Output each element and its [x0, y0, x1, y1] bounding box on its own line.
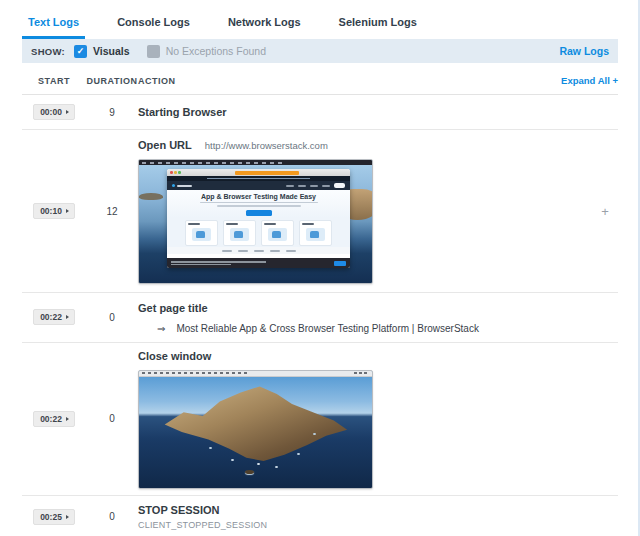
cookie-text-lines	[171, 261, 266, 265]
mini-browser-window: App & Browser Testing Made Easy	[167, 169, 350, 268]
catalina-island	[159, 385, 349, 461]
browserstack-logo-text	[177, 185, 192, 187]
tab-text-logs[interactable]: Text Logs	[22, 6, 85, 39]
browserstack-logo-icon	[172, 184, 175, 187]
mini-browser-titlebar	[167, 169, 350, 176]
play-icon	[66, 209, 69, 213]
product-card	[223, 220, 256, 246]
action-cell: STOP SESSION CLIENT_STOPPED_SESSION	[138, 503, 592, 530]
action-title: STOP SESSION	[138, 503, 592, 517]
mini-hero-section: App & Browser Testing Made Easy	[167, 190, 350, 218]
filter-no-exceptions-label: No Exceptions Found	[166, 45, 266, 57]
address-bar-highlight	[235, 171, 299, 175]
nav-item	[298, 185, 306, 187]
opened-url-text: http://www.browserstack.com	[205, 140, 328, 151]
show-label: SHOW:	[31, 46, 65, 57]
tab-console-logs[interactable]: Console Logs	[111, 6, 196, 39]
action-title: Starting Browser	[138, 105, 592, 119]
duration-value: 9	[109, 107, 115, 118]
duration-value: 12	[106, 206, 117, 217]
product-cards-row	[167, 218, 350, 247]
start-time-label: 00:25	[40, 512, 62, 522]
action-cell: Open URL http://www.browserstack.com	[138, 138, 592, 284]
duration-value: 0	[109, 511, 115, 522]
start-time-button[interactable]: 00:25	[33, 509, 75, 525]
action-title: Open URL	[138, 138, 192, 152]
visuals-checkbox-icon[interactable]: ✓	[74, 45, 87, 58]
column-action: ACTION	[138, 76, 561, 86]
stop-reason-text: CLIENT_STOPPED_SESSION	[138, 520, 592, 530]
macos-menubar	[139, 160, 372, 165]
log-row-close-window: 00:22 0 Close window	[22, 343, 618, 496]
traffic-light-close-icon	[170, 171, 173, 174]
text-logs-panel: Text Logs Console Logs Network Logs Sele…	[0, 0, 640, 536]
start-time-button[interactable]: 00:10	[33, 203, 75, 219]
product-card	[261, 220, 294, 246]
partner-logos-row	[167, 247, 350, 254]
nav-item	[286, 185, 294, 187]
log-tabs: Text Logs Console Logs Network Logs Sele…	[22, 0, 618, 39]
no-exceptions-checkbox-icon[interactable]	[147, 45, 160, 58]
column-duration: DURATION	[87, 76, 138, 86]
raw-logs-link[interactable]: Raw Logs	[559, 45, 609, 57]
filter-no-exceptions[interactable]: No Exceptions Found	[147, 45, 266, 58]
hero-subtext-line	[200, 202, 318, 204]
nav-item	[322, 185, 330, 187]
play-icon	[66, 315, 69, 319]
start-time-label: 00:00	[40, 107, 62, 117]
announcement-strip	[167, 176, 350, 181]
action-cell: Close window	[138, 349, 592, 489]
nav-item	[310, 185, 318, 187]
start-time-button[interactable]: 00:00	[33, 104, 75, 120]
expand-row-icon[interactable]: +	[601, 205, 609, 218]
cookie-banner	[167, 258, 350, 268]
nav-signup-button	[334, 183, 345, 188]
log-row-get-page-title: 00:22 0 Get page title ⇒ Most Reliable A…	[22, 293, 618, 342]
product-card	[299, 220, 332, 246]
start-time-button[interactable]: 00:22	[33, 411, 75, 427]
tab-network-logs[interactable]: Network Logs	[222, 6, 307, 39]
start-time-label: 00:10	[40, 206, 62, 216]
duration-value: 0	[109, 312, 115, 323]
small-rock	[245, 470, 254, 474]
traffic-light-zoom-icon	[178, 171, 181, 174]
show-filter-bar: SHOW: ✓ Visuals No Exceptions Found Raw …	[22, 39, 618, 63]
hero-subtext-line	[217, 205, 301, 207]
duration-value: 0	[109, 413, 115, 424]
surf-foam	[257, 463, 260, 465]
column-start: START	[38, 76, 70, 86]
hero-title: App & Browser Testing Made Easy	[201, 193, 316, 200]
result-arrow-icon: ⇒	[157, 323, 165, 334]
log-row-open-url: 00:10 12 Open URL http://www.browserstac…	[22, 130, 618, 293]
mini-site-navbar	[167, 181, 350, 190]
play-icon	[66, 515, 69, 519]
play-icon	[66, 417, 69, 421]
hero-cta-button	[246, 210, 272, 216]
island-left	[139, 193, 163, 200]
cookie-accept-button	[334, 261, 346, 266]
play-icon	[66, 110, 69, 114]
macos-menubar	[139, 371, 372, 377]
filter-visuals-label: Visuals	[93, 45, 130, 57]
start-time-label: 00:22	[40, 414, 62, 424]
traffic-light-minimize-icon	[174, 171, 177, 174]
product-card	[185, 220, 218, 246]
expand-all-link[interactable]: Expand All +	[561, 75, 618, 86]
log-row-stop-session: 00:25 0 STOP SESSION CLIENT_STOPPED_SESS…	[22, 496, 618, 536]
start-time-label: 00:22	[40, 312, 62, 322]
tab-selenium-logs[interactable]: Selenium Logs	[333, 6, 423, 39]
filter-visuals[interactable]: ✓ Visuals	[74, 45, 130, 58]
action-title: Get page title	[138, 301, 592, 315]
page-title-result: Most Reliable App & Cross Browser Testin…	[176, 323, 479, 334]
action-cell: Get page title ⇒ Most Reliable App & Cro…	[138, 301, 592, 333]
browserstack-homepage-screenshot[interactable]: App & Browser Testing Made Easy	[138, 159, 373, 284]
macos-desktop-screenshot[interactable]	[138, 370, 373, 489]
start-time-button[interactable]: 00:22	[33, 309, 75, 325]
log-row-starting-browser: 00:00 9 Starting Browser	[22, 95, 618, 130]
action-title: Close window	[138, 349, 592, 363]
log-table-header: START DURATION ACTION Expand All +	[22, 75, 618, 95]
